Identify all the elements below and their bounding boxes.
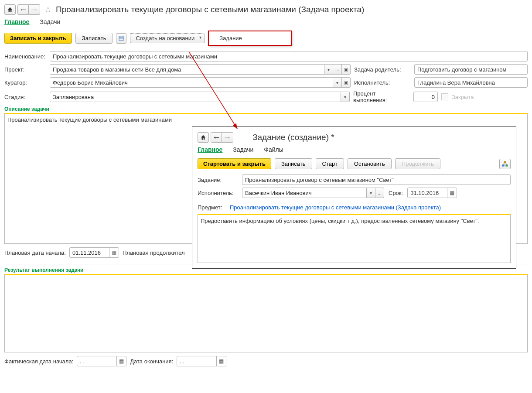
actual-end-label: Дата окончания:: [130, 358, 173, 365]
svg-rect-5: [502, 165, 504, 166]
calendar-icon[interactable]: ▦: [109, 248, 119, 257]
create-based-on-menu: Задание: [208, 31, 292, 46]
ow-nav-forward-button: 🡒: [222, 132, 233, 143]
plan-start-date[interactable]: 01.11.2016 ▦: [69, 247, 119, 258]
performer-input[interactable]: Гладилина Вера Михайловна: [414, 77, 528, 88]
calendar-icon[interactable]: ▦: [116, 356, 126, 366]
plan-start-value: 01.11.2016: [70, 248, 109, 257]
actual-start-date[interactable]: . . ▦: [77, 356, 126, 366]
ow-title: Задание (создание) *: [252, 133, 334, 142]
task-create-window: 🡐 🡒 Задание (создание) * Главное Задачи …: [192, 126, 516, 269]
ow-subject-link[interactable]: Проанализировать текущие договоры с сете…: [230, 204, 441, 211]
ow-start-button[interactable]: Старт: [316, 158, 344, 169]
page-title: Проанализировать текущие договоры с сете…: [56, 5, 364, 14]
nav-forward-button: 🡒: [29, 4, 40, 15]
ow-continue-button: Продолжить: [395, 158, 440, 169]
ow-due-label: Срок:: [389, 190, 403, 196]
ow-task-input[interactable]: Проанализировать договор с сетевым магаз…: [242, 174, 511, 185]
ow-start-close-button[interactable]: Стартовать и закрыть: [198, 158, 271, 169]
tab-tasks[interactable]: Задачи: [40, 18, 60, 25]
curator-dropdown-icon[interactable]: ▾: [333, 77, 342, 88]
closed-checkbox[interactable]: [441, 93, 448, 100]
ow-hierarchy-icon[interactable]: [499, 159, 511, 169]
actual-end-value: . .: [177, 357, 216, 366]
ow-stop-button[interactable]: Остановить: [348, 158, 392, 169]
calendar-icon[interactable]: ▦: [216, 356, 226, 366]
save-and-close-button[interactable]: Записать и закрыть: [4, 33, 72, 44]
nav-back-button[interactable]: 🡐: [17, 4, 29, 15]
favorite-star-icon[interactable]: ☆: [44, 5, 51, 14]
ow-performer-dropdown-icon[interactable]: ▾: [367, 188, 375, 198]
plan-duration-label: Плановая продолжител: [123, 249, 185, 256]
ow-nav-back-button[interactable]: 🡐: [211, 132, 222, 143]
actual-start-value: . .: [77, 357, 116, 366]
project-label: Проект:: [4, 66, 46, 73]
ow-performer-select-icon[interactable]: …: [375, 188, 384, 198]
name-label: Наименование:: [4, 53, 46, 60]
performer-label: Исполнитель:: [354, 79, 411, 86]
home-button[interactable]: [4, 4, 16, 15]
ow-home-button[interactable]: [198, 132, 209, 143]
ow-description-textarea[interactable]: Предоставить информацию об условиях (цен…: [198, 214, 511, 263]
percent-label: Процент выполнения:: [353, 90, 410, 103]
project-open-icon[interactable]: ▣: [342, 64, 351, 75]
stage-label: Стадия:: [4, 94, 46, 100]
create-based-on-button[interactable]: Создать на основании: [130, 33, 205, 43]
curator-input[interactable]: Федоров Борис Михайлович: [50, 77, 333, 88]
ow-tab-main[interactable]: Главное: [198, 146, 222, 153]
plan-start-label: Плановая дата начала:: [4, 249, 66, 256]
closed-label: Закрыта: [452, 94, 474, 100]
svg-rect-4: [504, 161, 506, 163]
actual-start-label: Фактическая дата начала:: [4, 358, 73, 365]
tab-main[interactable]: Главное: [4, 18, 29, 25]
list-icon-button[interactable]: [116, 33, 126, 44]
ow-task-label: Задание:: [198, 177, 238, 183]
ow-due-value: 31.10.2016: [408, 188, 447, 198]
ow-performer-input[interactable]: Васечкин Иван Иванович: [242, 188, 367, 198]
stage-dropdown-icon[interactable]: ▾: [341, 92, 350, 102]
name-input[interactable]: Проанализировать текущие договоры с сете…: [50, 51, 528, 62]
calendar-icon[interactable]: ▦: [447, 188, 457, 198]
result-textarea[interactable]: [4, 274, 528, 352]
curator-open-icon[interactable]: ▣: [342, 77, 351, 88]
ow-save-button[interactable]: Записать: [275, 158, 312, 169]
save-button[interactable]: Записать: [75, 33, 113, 44]
project-dropdown-icon[interactable]: ▾: [324, 64, 333, 75]
ow-tab-tasks[interactable]: Задачи: [233, 146, 253, 153]
ow-due-date[interactable]: 31.10.2016 ▦: [407, 188, 457, 198]
parent-input[interactable]: Подготовить договор с магазином: [414, 64, 528, 75]
ow-subject-label: Предмет:: [198, 204, 225, 211]
project-input[interactable]: Продажа товаров в магазины сети Все для …: [50, 64, 324, 75]
project-select-icon[interactable]: …: [333, 64, 342, 75]
svg-rect-6: [506, 165, 508, 166]
stage-input[interactable]: Запланирована: [50, 92, 341, 102]
actual-end-date[interactable]: . . ▦: [177, 356, 226, 366]
ow-performer-label: Исполнитель:: [198, 190, 238, 196]
menu-item-task[interactable]: Задание: [209, 31, 291, 45]
svg-rect-0: [119, 36, 123, 41]
description-section-label: Описание задачи: [4, 106, 528, 112]
percent-input[interactable]: [413, 92, 438, 102]
curator-label: Куратор:: [4, 79, 46, 86]
parent-label: Задача-родитель:: [354, 66, 411, 73]
ow-tab-files[interactable]: Файлы: [264, 146, 283, 153]
